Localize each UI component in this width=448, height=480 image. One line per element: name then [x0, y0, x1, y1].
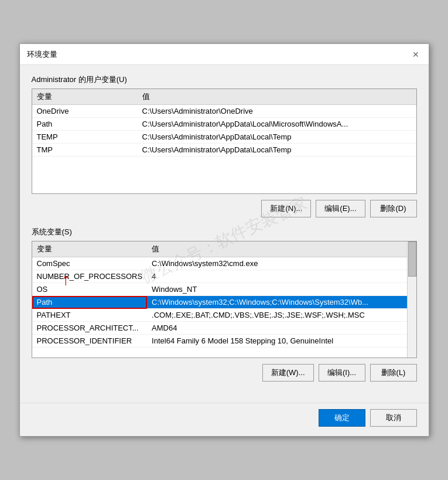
user-val-cell: C:\Users\Administrator\AppData\Local\Tem…: [138, 131, 416, 144]
close-button[interactable]: ✕: [410, 49, 422, 60]
title-bar: 环境变量 ✕: [20, 44, 429, 65]
sys-table-row[interactable]: ComSpecC:\Windows\system32\cmd.exe: [32, 257, 416, 270]
cancel-button[interactable]: 取消: [370, 409, 417, 427]
sys-var-cell: OS: [32, 283, 148, 296]
sys-table-row[interactable]: PROCESSOR_ARCHITECT...AMD64: [32, 322, 416, 335]
sys-val-cell: Intel64 Family 6 Model 158 Stepping 10, …: [147, 335, 416, 348]
sys-edit-button[interactable]: 编辑(I)...: [319, 364, 365, 382]
sys-var-cell: Path: [32, 296, 148, 309]
user-table-row[interactable]: PathC:\Users\Administrator\AppData\Local…: [32, 118, 416, 131]
system-section-label: 系统变量(S): [32, 227, 417, 237]
user-table-row[interactable]: TMPC:\Users\Administrator\AppData\Local\…: [32, 144, 416, 156]
sys-col-val: 值: [147, 241, 416, 257]
user-table-row[interactable]: OneDriveC:\Users\Administrator\OneDrive: [32, 105, 416, 118]
user-table-row[interactable]: TEMPC:\Users\Administrator\AppData\Local…: [32, 131, 416, 144]
user-val-cell: C:\Users\Administrator\AppData\Local\Mic…: [138, 118, 416, 131]
user-var-cell: TEMP: [32, 131, 138, 144]
user-col-val: 值: [138, 89, 416, 105]
sys-delete-button[interactable]: 删除(L): [370, 364, 417, 382]
sys-val-cell: AMD64: [147, 322, 416, 335]
dialog-body: 微公众号：软件安装管家 Administrator 的用户变量(U) 变量 值 …: [20, 65, 429, 400]
sys-val-cell: C:\Windows\system32\cmd.exe: [147, 257, 416, 270]
user-btn-row: 新建(N)... 编辑(E)... 删除(D): [32, 200, 417, 217]
sys-val-cell: .COM;.EXE;.BAT;.CMD;.VBS;.VBE;.JS;.JSE;.…: [147, 309, 416, 322]
sys-var-cell: PROCESSOR_ARCHITECT...: [32, 322, 148, 335]
user-variables-table-container: 变量 值 OneDriveC:\Users\Administrator\OneD…: [32, 88, 417, 194]
sys-btn-row: 新建(W)... 编辑(I)... 删除(L): [32, 364, 417, 382]
sys-val-cell: 4: [147, 270, 416, 283]
user-val-cell: C:\Users\Administrator\OneDrive: [138, 105, 416, 118]
sys-table-row[interactable]: PATHEXT.COM;.EXE;.BAT;.CMD;.VBS;.VBE;.JS…: [32, 309, 416, 322]
system-variables-table: 变量 值 ComSpecC:\Windows\system32\cmd.exeN…: [32, 241, 416, 348]
sys-val-cell: C:\Windows\system32;C:\Windows;C:\Window…: [147, 296, 416, 309]
sys-table-row[interactable]: NUMBER_OF_PROCESSORS4: [32, 270, 416, 283]
user-col-var: 变量: [32, 89, 138, 105]
user-variables-table: 变量 值 OneDriveC:\Users\Administrator\OneD…: [32, 89, 416, 156]
sys-table-row[interactable]: PROCESSOR_IDENTIFIERIntel64 Family 6 Mod…: [32, 335, 416, 348]
sys-new-button[interactable]: 新建(W)...: [262, 364, 314, 382]
dialog-title: 环境变量: [27, 49, 57, 60]
scrollbar-thumb[interactable]: [408, 241, 416, 277]
ok-button[interactable]: 确定: [319, 409, 365, 427]
sys-var-cell: PATHEXT: [32, 309, 148, 322]
user-var-cell: Path: [32, 118, 138, 131]
sys-table-row[interactable]: OSWindows_NT: [32, 283, 416, 296]
user-edit-button[interactable]: 编辑(E)...: [316, 200, 365, 217]
sys-var-cell: NUMBER_OF_PROCESSORS: [32, 270, 148, 283]
system-variables-table-container: 变量 值 ComSpecC:\Windows\system32\cmd.exeN…: [32, 241, 417, 358]
sys-var-cell: ComSpec: [32, 257, 148, 270]
user-delete-button[interactable]: 删除(D): [370, 200, 417, 217]
user-section-label: Administrator 的用户变量(U): [32, 74, 417, 85]
sys-table-row[interactable]: PathC:\Windows\system32;C:\Windows;C:\Wi…: [32, 296, 416, 309]
scrollbar-track: [407, 241, 416, 358]
sys-val-cell: Windows_NT: [147, 283, 416, 296]
footer-btn-row: 确定 取消: [20, 403, 429, 436]
sys-col-var: 变量: [32, 241, 148, 257]
user-var-cell: OneDrive: [32, 105, 138, 118]
user-var-cell: TMP: [32, 144, 138, 156]
environment-variables-dialog: 环境变量 ✕ 微公众号：软件安装管家 Administrator 的用户变量(U…: [19, 43, 429, 437]
sys-var-cell: PROCESSOR_IDENTIFIER: [32, 335, 148, 348]
user-new-button[interactable]: 新建(N)...: [261, 200, 311, 217]
user-val-cell: C:\Users\Administrator\AppData\Local\Tem…: [138, 144, 416, 156]
